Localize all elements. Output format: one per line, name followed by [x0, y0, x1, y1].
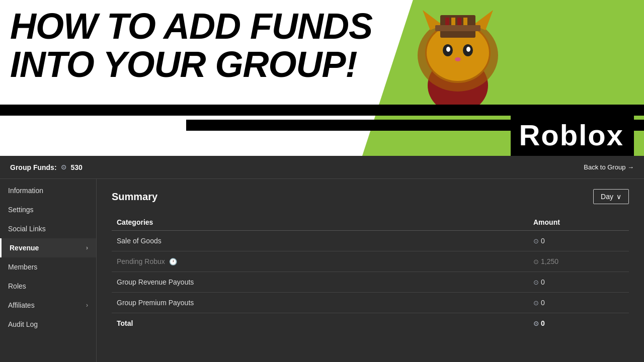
sidebar-item-members[interactable]: Members [0, 257, 96, 277]
total-label: Total [112, 313, 528, 334]
table-row: Sale of Goods ⊙ 0 [112, 231, 629, 251]
app-area: Group Funds: ⊙ 530 Back to Group → Infor… [0, 156, 644, 362]
svg-point-6 [446, 47, 450, 52]
sidebar-item-affiliates-label: Affiliates [8, 301, 35, 309]
category-group-premium-payouts: Group Premium Payouts [112, 293, 528, 313]
sidebar-item-affiliates[interactable]: Affiliates › [0, 296, 96, 315]
content-header: Summary Day ∨ [112, 189, 629, 204]
summary-title: Summary [112, 191, 157, 203]
group-funds-label: Group Funds: [10, 163, 57, 171]
category-pending-robux: Pending Robux 🕐 [112, 251, 528, 272]
amount-sale-of-goods: ⊙ 0 [528, 231, 629, 251]
svg-rect-16 [463, 18, 467, 25]
table-row-total: Total ⊙ 0 [112, 313, 629, 334]
day-dropdown-label: Day [601, 193, 613, 201]
amount-pending-robux: ⊙ 1,250 [528, 251, 629, 272]
sidebar-item-information[interactable]: Information [0, 181, 96, 200]
robux-icon: ⊙ [60, 163, 68, 171]
group-funds-amount: 530 [71, 163, 83, 171]
app-body: Information Settings Social Links Revenu… [0, 179, 644, 362]
col-categories: Categories [112, 214, 528, 231]
sidebar-item-information-label: Information [8, 187, 43, 195]
table-row: Pending Robux 🕐 ⊙ 1,250 [112, 251, 629, 272]
sidebar-item-revenue[interactable]: Revenue › [0, 238, 96, 257]
robux-icon: ⊙ [533, 237, 539, 245]
svg-rect-15 [457, 18, 461, 25]
table-row: Group Revenue Payouts ⊙ 0 [112, 272, 629, 293]
cat-avatar [408, 0, 508, 116]
robux-icon: ⊙ [533, 320, 539, 327]
roblox-logo: Roblox [511, 114, 634, 156]
thumbnail-title: How to add funds into your group! [10, 8, 372, 83]
sidebar-item-roles-label: Roles [8, 282, 26, 290]
chevron-right-icon: › [86, 244, 88, 251]
sidebar-item-settings[interactable]: Settings [0, 200, 96, 219]
dropdown-chevron-icon: ∨ [616, 193, 621, 201]
robux-icon: ⊙ [533, 258, 539, 265]
svg-point-8 [455, 57, 461, 61]
summary-table: Categories Amount Sale of Goods ⊙ 0 [112, 214, 629, 333]
amount-group-premium-payouts: ⊙ 0 [528, 293, 629, 313]
total-amount: ⊙ 0 [528, 313, 629, 334]
amount-group-revenue-payouts: ⊙ 0 [528, 272, 629, 293]
app-header: Group Funds: ⊙ 530 Back to Group → [0, 156, 644, 179]
group-funds-display: Group Funds: ⊙ 530 [10, 163, 83, 171]
clock-icon: 🕐 [169, 258, 177, 265]
sidebar-item-audit-log[interactable]: Audit Log [0, 315, 96, 334]
sidebar-item-settings-label: Settings [8, 206, 34, 214]
sidebar-item-social-links[interactable]: Social Links [0, 219, 96, 238]
day-dropdown[interactable]: Day ∨ [593, 189, 629, 204]
table-row: Group Premium Payouts ⊙ 0 [112, 293, 629, 313]
col-amount: Amount [528, 214, 629, 231]
back-to-group-link[interactable]: Back to Group → [584, 163, 634, 171]
chevron-right-icon-affiliates: › [86, 302, 88, 309]
sidebar-item-members-label: Members [8, 263, 37, 271]
sidebar: Information Settings Social Links Revenu… [0, 179, 97, 362]
sidebar-item-revenue-label: Revenue [10, 244, 39, 252]
sidebar-item-audit-log-label: Audit Log [8, 320, 38, 328]
svg-rect-14 [451, 18, 455, 25]
svg-rect-12 [435, 25, 480, 31]
category-group-revenue-payouts: Group Revenue Payouts [112, 272, 528, 293]
main-content: Summary Day ∨ Categories Amount Sale of … [97, 179, 644, 362]
sidebar-item-roles[interactable]: Roles [0, 277, 96, 296]
robux-icon: ⊙ [533, 299, 539, 307]
sidebar-item-social-links-label: Social Links [8, 225, 46, 233]
svg-rect-13 [445, 18, 449, 25]
robux-icon: ⊙ [533, 279, 539, 286]
category-sale-of-goods: Sale of Goods [112, 231, 528, 251]
svg-point-7 [466, 47, 470, 52]
thumbnail-area: How to add funds into your group! [0, 0, 644, 156]
